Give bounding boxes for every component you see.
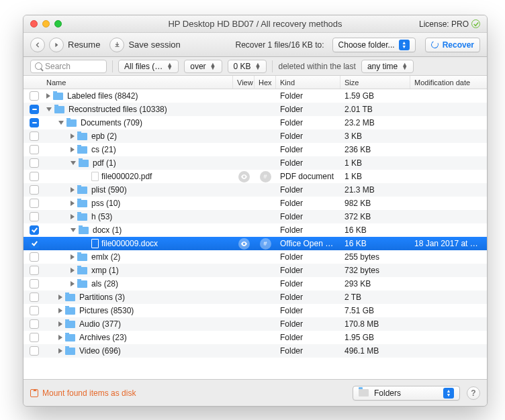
preview-eye-icon[interactable] <box>238 171 250 182</box>
play-icon-button[interactable] <box>49 38 64 52</box>
check-circle-icon <box>471 19 480 28</box>
row-checkbox[interactable] <box>30 172 39 181</box>
minimize-window-button[interactable] <box>42 20 50 28</box>
row-checkbox[interactable] <box>30 346 39 356</box>
row-name: pss (10) <box>91 199 120 208</box>
table-row[interactable]: pss (10)Folder982 KB <box>24 197 487 210</box>
table-row[interactable]: Pictures (8530)Folder7.51 GB <box>24 304 487 317</box>
row-checkbox[interactable] <box>30 252 39 262</box>
chevron-right-icon[interactable] <box>58 348 62 354</box>
table-row[interactable]: docx (1)Folder16 KB <box>24 223 487 237</box>
chevron-right-icon[interactable] <box>71 268 75 273</box>
row-checkbox[interactable] <box>30 293 39 302</box>
row-size: 372 KB <box>340 212 410 221</box>
filter-time[interactable]: any time ▲▼ <box>361 60 414 73</box>
folder-icon <box>65 321 75 328</box>
col-size[interactable]: Size <box>340 76 410 89</box>
chevron-right-icon[interactable] <box>58 295 62 300</box>
hex-view-icon[interactable]: # <box>260 171 271 182</box>
chevron-right-icon[interactable] <box>71 201 75 206</box>
chevron-right-icon[interactable] <box>58 335 62 340</box>
row-checkbox[interactable] <box>30 306 39 315</box>
search-input[interactable]: Search <box>30 60 107 73</box>
filter-size-val[interactable]: 0 KB ▲▼ <box>228 60 267 73</box>
chevron-right-icon[interactable] <box>46 93 50 99</box>
back-button[interactable] <box>30 38 45 52</box>
help-button[interactable]: ? <box>467 386 480 400</box>
window-title: HP Desktop HD BD07 / All recovery method… <box>24 19 487 29</box>
table-row[interactable]: als (28)Folder293 KB <box>24 277 487 291</box>
table-row[interactable]: emlx (2)Folder255 bytes <box>24 250 487 264</box>
row-checkbox[interactable] <box>30 225 39 235</box>
row-checkbox[interactable] <box>30 185 39 195</box>
row-checkbox[interactable] <box>30 279 39 288</box>
row-checkbox[interactable] <box>30 105 39 114</box>
table-row[interactable]: Audio (377)Folder170.8 MB <box>24 317 487 331</box>
table-row[interactable]: h (53)Folder372 KB <box>24 210 487 223</box>
table-row[interactable]: Archives (23)Folder1.95 GB <box>24 331 487 344</box>
chevron-right-icon[interactable] <box>58 321 62 327</box>
row-checkbox[interactable] <box>30 319 39 329</box>
row-checkbox[interactable] <box>30 212 39 221</box>
row-name: h (53) <box>91 212 112 221</box>
chevron-down-icon[interactable] <box>71 161 76 165</box>
row-kind: Folder <box>276 118 340 127</box>
view-folders-dropdown[interactable]: Folders ▲▼ <box>353 386 460 401</box>
table-row[interactable]: pdf (1)Folder1 KB <box>24 156 487 170</box>
table-row[interactable]: plist (590)Folder21.3 MB <box>24 183 487 197</box>
file-list[interactable]: Labeled files (8842)Folder1.59 GBReconst… <box>24 89 487 379</box>
table-row[interactable]: Reconstructed files (10338)Folder2.01 TB <box>24 103 487 116</box>
save-icon-button[interactable] <box>109 38 124 52</box>
table-row[interactable]: Video (696)Folder496.1 MB <box>24 344 487 358</box>
filter-bar: Search All files (… ▲▼ over ▲▼ 0 KB ▲▼ d… <box>24 57 487 76</box>
chevron-right-icon[interactable] <box>71 254 75 260</box>
table-row[interactable]: cs (21)Folder236 KB <box>24 143 487 156</box>
recover-button[interactable]: Recover <box>425 38 480 52</box>
row-checkbox[interactable] <box>30 145 39 154</box>
table-row[interactable]: xmp (1)Folder732 bytes <box>24 264 487 277</box>
chevron-right-icon[interactable] <box>71 214 75 219</box>
filter-all-files[interactable]: All files (… ▲▼ <box>118 60 179 73</box>
row-checkbox[interactable] <box>30 333 39 342</box>
zoom-window-button[interactable] <box>54 20 62 28</box>
row-kind: Folder <box>276 279 340 288</box>
chevron-right-icon[interactable] <box>71 187 75 193</box>
row-checkbox[interactable] <box>30 118 39 127</box>
row-checkbox[interactable] <box>30 199 39 208</box>
row-checkbox[interactable] <box>30 91 39 101</box>
chevron-down-icon[interactable] <box>58 121 64 125</box>
save-session-label[interactable]: Save session <box>128 40 180 50</box>
table-row[interactable]: file000009.docx#Office Open XM…16 KB18 J… <box>24 237 487 250</box>
mount-as-disk-link[interactable]: Mount found items as disk <box>30 388 136 398</box>
chevron-right-icon[interactable] <box>71 147 75 152</box>
row-checkbox[interactable] <box>30 239 39 248</box>
table-row[interactable]: Labeled files (8842)Folder1.59 GB <box>24 89 487 103</box>
choose-folder-dropdown[interactable]: Choose folder... ▲▼ <box>332 38 416 52</box>
col-mdate[interactable]: Modification date <box>410 76 486 89</box>
chevron-down-icon[interactable] <box>71 228 76 232</box>
updown-icon: ▲▼ <box>167 63 173 70</box>
table-row[interactable]: file000020.pdf#PDF document1 KB <box>24 170 487 183</box>
col-name[interactable]: Name <box>42 76 233 89</box>
col-kind[interactable]: Kind <box>276 76 340 89</box>
table-row[interactable]: Documents (709)Folder23.2 MB <box>24 116 487 129</box>
col-hex[interactable]: Hex <box>255 76 276 89</box>
row-size: 1 KB <box>340 172 410 181</box>
row-checkbox[interactable] <box>30 158 39 168</box>
preview-eye-icon[interactable] <box>238 238 250 250</box>
close-window-button[interactable] <box>30 20 38 28</box>
row-checkbox[interactable] <box>30 132 39 141</box>
resume-label[interactable]: Resume <box>68 40 100 50</box>
chevron-down-icon[interactable] <box>46 107 52 111</box>
hex-view-icon[interactable]: # <box>260 238 271 250</box>
col-view[interactable]: View <box>233 76 255 89</box>
chevron-right-icon[interactable] <box>71 134 75 139</box>
chevron-right-icon[interactable] <box>71 281 75 286</box>
updown-icon: ▲▼ <box>399 40 410 50</box>
chevron-right-icon[interactable] <box>58 308 62 313</box>
table-row[interactable]: epb (2)Folder3 KB <box>24 129 487 143</box>
row-checkbox[interactable] <box>30 266 39 275</box>
table-row[interactable]: Partitions (3)Folder2 TB <box>24 291 487 304</box>
row-size: 7.51 GB <box>340 306 410 315</box>
filter-size-op[interactable]: over ▲▼ <box>184 60 222 73</box>
